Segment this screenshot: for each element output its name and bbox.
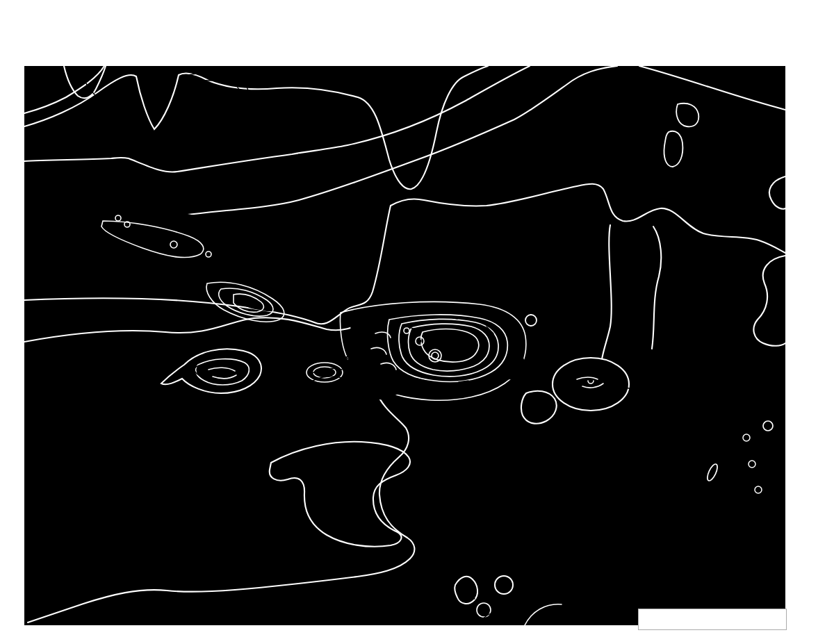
island-warm-ring [763,421,773,431]
peak-core [418,340,422,343]
temperature-contour-map [0,0,834,644]
warm-spot [495,576,513,594]
dominica-core [749,461,755,468]
weather-map-page [0,0,834,644]
island-caicos [664,131,683,167]
map-area [24,66,785,631]
island-inagua [350,271,367,290]
guadeloupe-core [743,434,750,441]
warm-dot [525,315,537,326]
watermark [638,609,787,630]
martinique-core [755,486,762,493]
peak-core [434,354,437,358]
warm-spot [455,577,477,604]
jamaica-core [196,359,250,385]
pr-25-ring [553,358,629,411]
